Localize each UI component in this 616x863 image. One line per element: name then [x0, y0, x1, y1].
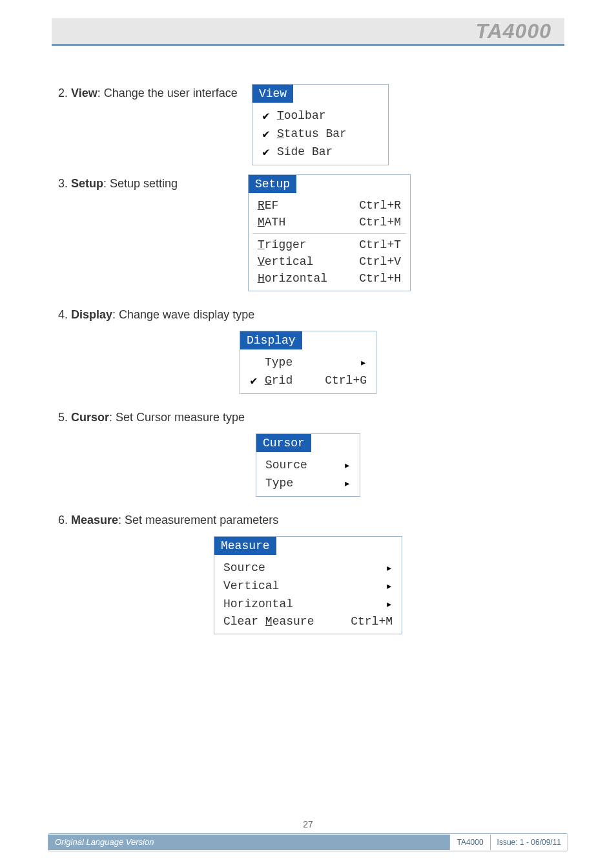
menu-item-cursor-source[interactable]: Source ▸ — [256, 456, 360, 474]
shortcut: Ctrl+G — [311, 374, 367, 387]
menu-measure: Measure Source ▸ Vertical ▸ Horizontal ▸… — [214, 536, 402, 634]
menu-view: View ✔ Toolbar ✔ Status Bar ✔ Side Bar — [252, 84, 389, 165]
menu-item-vertical[interactable]: Vertical Ctrl+V — [249, 253, 410, 270]
menu-cursor: Cursor Source ▸ Type ▸ — [256, 433, 360, 497]
menu-item-measure-source[interactable]: Source ▸ — [214, 559, 402, 577]
menu-item-clear-measure[interactable]: Clear Measure Ctrl+M — [214, 613, 402, 630]
menu-display-title[interactable]: Display — [240, 331, 302, 349]
menu-view-title[interactable]: View — [252, 85, 293, 103]
shortcut: Ctrl+H — [345, 272, 401, 285]
section-3-heading: 3. Setup: Setup setting — [58, 174, 226, 191]
shortcut: Ctrl+M — [336, 615, 393, 628]
menu-item-measure-horizontal[interactable]: Horizontal ▸ — [214, 595, 402, 613]
section-2-heading: 2. View: Change the user interface — [58, 84, 238, 100]
shortcut: Ctrl+V — [345, 255, 401, 268]
menu-separator — [252, 233, 406, 234]
chevron-right-icon: ▸ — [371, 579, 393, 593]
menu-item-trigger[interactable]: Trigger Ctrl+T — [249, 236, 410, 253]
check-icon: ✔ — [262, 145, 271, 159]
section-5-heading: 5. Cursor: Set Cursor measure type — [58, 411, 558, 424]
shortcut: Ctrl+M — [345, 216, 401, 229]
page-footer: Original Language Version TA4000 Issue: … — [48, 833, 568, 851]
product-title: TA4000 — [476, 18, 551, 44]
chevron-right-icon: ▸ — [329, 458, 351, 472]
menu-item-math[interactable]: MATH Ctrl+M — [249, 214, 410, 231]
footer-issue: Issue: 1 - 06/09/11 — [490, 835, 568, 850]
menu-item-grid[interactable]: ✔ Grid Ctrl+G — [240, 371, 376, 390]
chevron-right-icon: ▸ — [329, 476, 351, 490]
check-icon: ✔ — [249, 373, 258, 388]
header-accent — [52, 44, 564, 46]
check-icon: ✔ — [262, 127, 271, 141]
menu-cursor-title[interactable]: Cursor — [256, 434, 311, 452]
section-6-heading: 6. Measure: Set measurement parameters — [58, 514, 558, 527]
footer-model: TA4000 — [449, 835, 489, 850]
menu-setup: Setup REF Ctrl+R MATH Ctrl+M Trigger Ctr… — [248, 174, 411, 291]
menu-item-toolbar[interactable]: ✔ Toolbar — [252, 107, 388, 125]
footer-left: Original Language Version — [48, 835, 449, 850]
menu-item-side-bar[interactable]: ✔ Side Bar — [252, 143, 388, 161]
shortcut: Ctrl+T — [345, 238, 401, 251]
menu-display: Display Type ▸ ✔ Grid Ctrl+G — [240, 331, 376, 394]
check-icon: ✔ — [262, 109, 271, 123]
section-4-heading: 4. Display: Change wave display type — [58, 308, 558, 322]
menu-item-ref[interactable]: REF Ctrl+R — [249, 197, 410, 214]
chevron-right-icon: ▸ — [371, 597, 393, 611]
shortcut: Ctrl+R — [345, 199, 401, 212]
menu-item-cursor-type[interactable]: Type ▸ — [256, 474, 360, 492]
menu-measure-title[interactable]: Measure — [214, 537, 276, 555]
header-strip: TA4000 — [52, 18, 564, 44]
menu-item-display-type[interactable]: Type ▸ — [240, 353, 376, 371]
menu-item-horizontal[interactable]: Horizontal Ctrl+H — [249, 270, 410, 287]
menu-item-measure-vertical[interactable]: Vertical ▸ — [214, 577, 402, 595]
menu-item-status-bar[interactable]: ✔ Status Bar — [252, 125, 388, 143]
chevron-right-icon: ▸ — [371, 561, 393, 575]
menu-setup-title[interactable]: Setup — [249, 175, 296, 193]
page-number: 27 — [0, 819, 616, 829]
chevron-right-icon: ▸ — [345, 355, 367, 369]
